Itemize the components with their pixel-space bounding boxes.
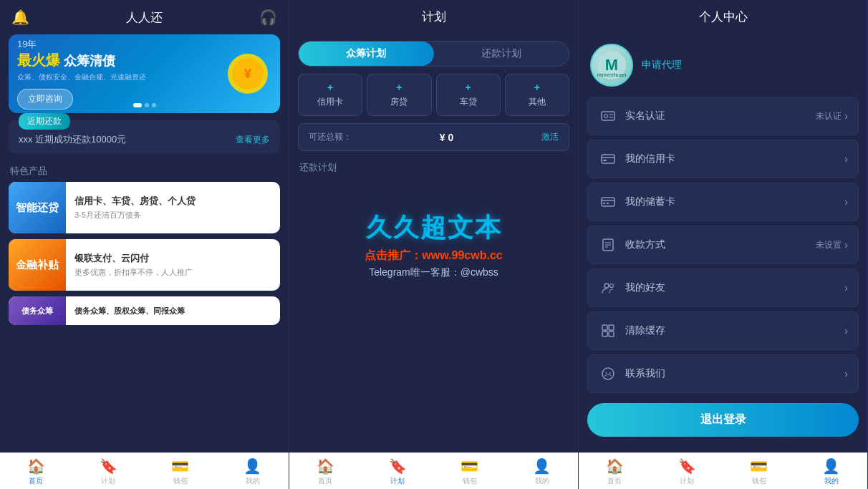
- svg-rect-15: [603, 203, 605, 204]
- banner-slogan: 最火爆 众筹清债: [17, 51, 146, 70]
- debt-name-mortgage: 房贷: [390, 96, 408, 108]
- header-plan: 计划: [289, 0, 578, 34]
- recent-badge: 近期还款: [19, 113, 70, 130]
- debt-type-other[interactable]: + 其他: [505, 74, 569, 116]
- plus-icon-mortgage: +: [396, 82, 402, 93]
- svg-rect-26: [609, 331, 614, 337]
- friends-right: ›: [844, 282, 848, 294]
- banner-hot: 最火爆: [17, 52, 60, 68]
- contact-label: 联系我们: [625, 367, 844, 380]
- svg-point-28: [606, 372, 607, 374]
- menu-real-name[interactable]: 实名认证 未认证 ›: [587, 97, 859, 135]
- debt-name-credit: 信用卡: [317, 96, 343, 108]
- chevron-icon-4: ›: [844, 239, 848, 251]
- product-card-extra[interactable]: 债务众筹 债务众筹、股权众筹、同报众筹: [9, 296, 280, 325]
- product-desc-smart: 3-5月还清百万债务: [74, 210, 196, 221]
- bottom-nav-plan: 🏠 首页 🔖 计划 💳 钱包 👤 我的: [289, 452, 578, 489]
- menu-contact[interactable]: 联系我们 ›: [587, 354, 859, 393]
- nav3-profile[interactable]: 👤 我的: [795, 457, 867, 486]
- debt-type-carloan[interactable]: + 车贷: [436, 74, 501, 116]
- product-title-smart: 信用卡、车贷、房贷、个人贷: [74, 195, 196, 208]
- bottom-nav-profile: 🏠 首页 🔖 计划 💳 钱包 👤 我的: [579, 452, 867, 489]
- nav2-home[interactable]: 🏠 首页: [289, 457, 362, 486]
- menu-friends[interactable]: 我的好友 ›: [587, 268, 859, 307]
- bell-icon[interactable]: 🔔: [11, 9, 29, 26]
- nav-home[interactable]: 🏠 首页: [0, 457, 72, 486]
- nav-wallet[interactable]: 💳 钱包: [145, 457, 217, 486]
- debt-type-mortgage[interactable]: + 房贷: [367, 74, 431, 116]
- nav3-plan-icon: 🔖: [678, 457, 696, 475]
- real-name-status: 未认证 ›: [816, 110, 848, 122]
- svg-rect-24: [609, 325, 614, 330]
- profile-icon: 👤: [243, 457, 261, 475]
- nav2-wallet-icon: 💳: [460, 457, 478, 475]
- product-info-extra: 债务众筹、股权众筹、同报众筹: [66, 300, 193, 322]
- friends-icon: [598, 278, 618, 298]
- svg-rect-12: [603, 160, 607, 161]
- total-label: 可还总额：: [309, 131, 352, 143]
- avatar-logo: M renrenhuan: [597, 51, 626, 79]
- product-info-finance: 银联支付、云闪付 更多优惠，折扣享不停，人人推广: [66, 246, 201, 284]
- total-amount: ¥ 0: [440, 132, 453, 143]
- product-card-smart[interactable]: 智能还贷 信用卡、车贷、房贷、个人贷 3-5月还清百万债务: [9, 182, 280, 233]
- logout-button[interactable]: 退出登录: [587, 403, 859, 437]
- payment-right: 未设置 ›: [816, 239, 848, 251]
- debt-type-credit[interactable]: + 信用卡: [298, 74, 362, 116]
- nav2-profile[interactable]: 👤 我的: [506, 457, 578, 486]
- product-card-finance[interactable]: 金融补贴 银联支付、云闪付 更多优惠，折扣享不停，人人推广: [9, 239, 280, 291]
- svg-rect-13: [602, 198, 614, 206]
- clear-cache-label: 清除缓存: [625, 324, 844, 337]
- clear-cache-right: ›: [844, 325, 848, 337]
- plan-empty-state: [289, 180, 578, 452]
- nav2-plan[interactable]: 🔖 计划: [362, 457, 434, 486]
- menu-savings-card[interactable]: 我的储蓄卡 ›: [587, 183, 859, 221]
- panel-home: 🔔 人人还 🎧 19年 最火爆 众筹清债 众筹、债权安全、金融合规、光速融资还 …: [0, 0, 289, 489]
- chevron-icon: ›: [844, 110, 848, 122]
- banner-text: 19年 最火爆 众筹清债 众筹、债权安全、金融合规、光速融资还 立即咨询: [17, 38, 146, 110]
- menu-payment[interactable]: 收款方式 未设置 ›: [587, 226, 859, 264]
- tab-repay[interactable]: 还款计划: [434, 42, 569, 66]
- nav2-wallet[interactable]: 💳 钱包: [434, 457, 506, 486]
- bottom-nav-home: 🏠 首页 🔖 计划 💳 钱包 👤 我的: [0, 452, 289, 489]
- tab-crowdfund[interactable]: 众筹计划: [299, 42, 434, 66]
- product-title-finance: 银联支付、云闪付: [74, 252, 193, 265]
- featured-section-title: 特色产品: [0, 160, 289, 182]
- total-bar: 可还总额： ¥ 0 激活: [298, 123, 569, 151]
- nav3-profile-label: 我的: [824, 476, 839, 486]
- savings-card-icon: [598, 192, 618, 212]
- svg-rect-10: [602, 155, 614, 163]
- savings-card-right: ›: [844, 196, 848, 208]
- nav3-plan[interactable]: 🔖 计划: [651, 457, 723, 486]
- wallet-icon: 💳: [171, 457, 189, 475]
- menu-clear-cache[interactable]: 清除缓存 ›: [587, 311, 859, 350]
- recent-repayment-card: 近期还款 xxx 近期成功还款10000元 查看更多: [9, 120, 280, 153]
- banner-suffix: 众筹清债: [64, 54, 115, 68]
- nav-profile-label: 我的: [246, 476, 260, 486]
- banner-sub: 众筹、债权安全、金融合规、光速融资还: [17, 72, 146, 82]
- panel-plan: 计划 众筹计划 还款计划 + 信用卡 + 房贷 + 车贷 + 其他 可还总额： …: [289, 0, 579, 489]
- plus-icon-other: +: [534, 82, 540, 93]
- nav3-wallet-icon: 💳: [750, 457, 768, 475]
- headphone-icon[interactable]: 🎧: [259, 9, 277, 26]
- activate-button[interactable]: 激活: [541, 131, 559, 143]
- nav-plan[interactable]: 🔖 计划: [72, 457, 145, 486]
- debt-types-grid: + 信用卡 + 房贷 + 车贷 + 其他: [298, 74, 569, 116]
- menu-credit-card[interactable]: 我的信用卡 ›: [587, 140, 859, 178]
- nav-plan-label: 计划: [101, 476, 115, 486]
- nav-profile[interactable]: 👤 我的: [216, 457, 289, 486]
- product-label-finance: 金融补贴: [9, 239, 66, 291]
- plan-tabs: 众筹计划 还款计划: [298, 41, 569, 67]
- nav3-wallet[interactable]: 💳 钱包: [723, 457, 796, 486]
- savings-card-label: 我的储蓄卡: [625, 195, 844, 208]
- view-more-link[interactable]: 查看更多: [236, 134, 270, 146]
- chevron-icon-7: ›: [844, 368, 848, 379]
- consult-button[interactable]: 立即咨询: [17, 89, 73, 110]
- payment-label: 收款方式: [625, 238, 816, 251]
- plus-icon-carloan: +: [466, 82, 471, 93]
- banner-year: 19年: [17, 38, 146, 51]
- nav3-home[interactable]: 🏠 首页: [579, 457, 651, 486]
- svg-point-27: [602, 368, 614, 379]
- apply-agent-button[interactable]: 申请代理: [642, 59, 682, 72]
- product-desc-finance: 更多优惠，折扣享不停，人人推广: [74, 267, 193, 278]
- header-home: 🔔 人人还 🎧: [0, 0, 289, 34]
